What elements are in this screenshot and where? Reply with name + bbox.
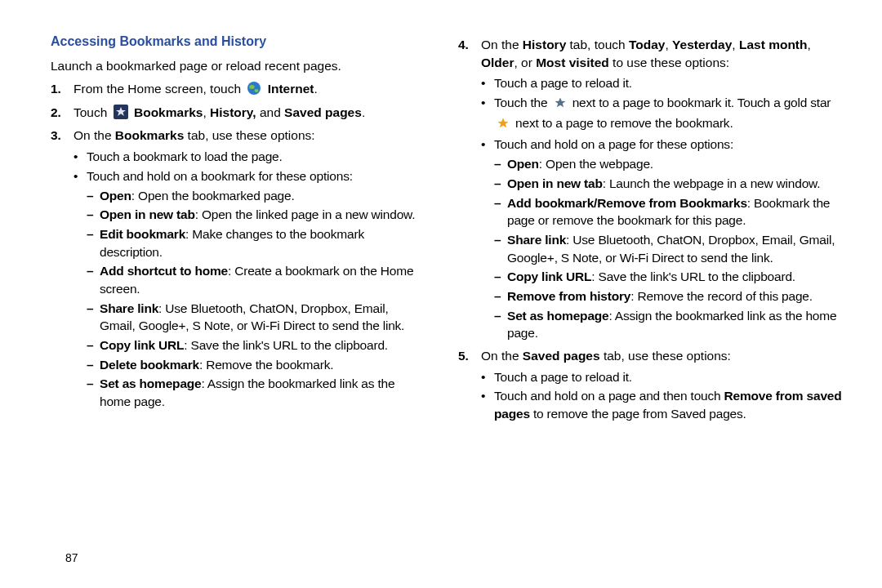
step-3: 3. On the Bookmarks tab, use these optio… <box>51 127 425 410</box>
step-2-saved: Saved pages <box>284 105 362 119</box>
step-4-tab: History <box>523 38 566 51</box>
step-2-pre: Touch <box>74 105 111 119</box>
step-1-internet: Internet <box>268 82 314 96</box>
internet-globe-icon <box>247 81 261 100</box>
s3-dash-set-homepage: Set as homepage: Assign the bookmarked l… <box>87 375 425 410</box>
step-3-b: Bookmarks <box>115 128 184 142</box>
s3-dash-copy-link: Copy link URL: Save the link's URL to th… <box>87 336 425 354</box>
step-4-post: to use these options: <box>609 56 729 69</box>
star-gold-icon <box>497 117 510 135</box>
step-5-num: 5. <box>458 347 481 423</box>
s3-dash-share-link: Share link: Use Bluetooth, ChatON, Dropb… <box>87 300 425 335</box>
step-4-today: Today <box>629 38 666 51</box>
step-2: 2. Touch Bookmarks, History, and Saved p… <box>51 104 425 124</box>
step-1: 1. From the Home screen, touch Internet. <box>51 80 425 100</box>
s3-dash-open-new-tab: Open in new tab: Open the linked page in… <box>87 206 425 224</box>
step-1-end: . <box>314 82 318 96</box>
step-5: 5. On the Saved pages tab, use these opt… <box>458 347 849 423</box>
step-2-num: 2. <box>51 104 74 124</box>
step-2-history: History, <box>210 105 256 119</box>
s4-bullet-2: Touch the next to a page to bookmark it.… <box>481 94 849 134</box>
step-4-num: 4. <box>458 36 481 342</box>
s3-dash-open: Open: Open the bookmarked page. <box>87 187 425 205</box>
s4-dash-remove-history: Remove from history: Remove the record o… <box>494 287 849 305</box>
step-4-yesterday: Yesterday <box>672 38 732 51</box>
step-1-num: 1. <box>51 80 74 100</box>
s4-dash-open: Open: Open the webpage. <box>494 155 849 173</box>
step-4-older: Older <box>481 56 514 69</box>
step-4-most-visited: Most visited <box>536 56 609 69</box>
svg-point-1 <box>250 85 255 89</box>
s5-bullet-1: Touch a page to reload it. <box>481 368 849 386</box>
s4-dash-add-remove-bookmark: Add bookmark/Remove from Bookmarks: Book… <box>494 194 849 229</box>
s4-bullet-3: Touch and hold on a page for these optio… <box>481 136 849 154</box>
step-2-between: and <box>260 105 284 119</box>
step-5-pre: On the <box>481 349 523 363</box>
section-title: Accessing Bookmarks and History <box>51 33 425 51</box>
svg-marker-5 <box>555 98 565 108</box>
s4-bullet-1: Touch a page to reload it. <box>481 74 849 92</box>
step-4-mid1: tab, touch <box>566 38 629 51</box>
s3-dash-edit-bookmark: Edit bookmark: Make changes to the bookm… <box>87 225 425 261</box>
step-4: 4. On the History tab, touch Today, Yest… <box>458 36 849 342</box>
s5-bullet-2: Touch and hold on a page and then touch … <box>481 387 849 422</box>
step-3-pre: On the <box>74 128 115 142</box>
s3-bullet-2: Touch and hold on a bookmark for these o… <box>74 167 425 185</box>
s3-dash-delete-bookmark: Delete bookmark: Remove the bookmark. <box>87 356 425 374</box>
star-outline-icon <box>554 96 567 114</box>
step-5-post: tab, use these options: <box>600 349 731 363</box>
s3-bullet-1: Touch a bookmark to load the page. <box>74 148 425 166</box>
svg-point-2 <box>255 89 259 92</box>
s4-dash-copy-link: Copy link URL: Save the link's URL to th… <box>494 268 849 286</box>
s4-dash-share-link: Share link: Use Bluetooth, ChatON, Dropb… <box>494 231 849 266</box>
step-4-pre: On the <box>481 38 523 51</box>
s4-dash-set-homepage: Set as homepage: Assign the bookmarked l… <box>494 307 849 342</box>
step-3-post: tab, use these options: <box>184 128 314 142</box>
s3-dash-add-shortcut: Add shortcut to home: Create a bookmark … <box>87 262 425 297</box>
bookmarks-star-icon <box>114 105 128 124</box>
step-5-b: Saved pages <box>523 349 600 363</box>
svg-marker-6 <box>498 118 509 127</box>
step-2-bookmarks: Bookmarks <box>134 105 203 119</box>
step-4-last-month: Last month <box>739 38 808 51</box>
step-1-pre: From the Home screen, touch <box>74 82 244 96</box>
step-3-num: 3. <box>51 127 74 410</box>
intro-text: Launch a bookmarked page or reload recen… <box>51 57 425 75</box>
s4-dash-open-new-tab: Open in new tab: Launch the webpage in a… <box>494 175 849 193</box>
step-2-end: . <box>362 105 365 119</box>
step-2-c1: , <box>203 105 210 119</box>
page-number: 87 <box>65 550 78 567</box>
